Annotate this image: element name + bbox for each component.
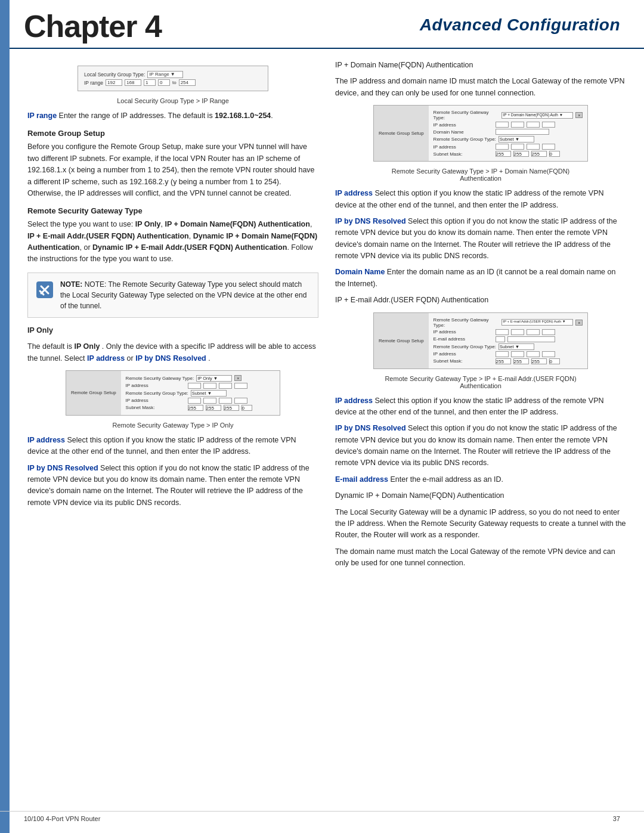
dynamic-ip-fqdn-heading: Dynamic IP + Domain Name(FQDN) Authentic…: [335, 490, 626, 501]
fqdn-ip1[interactable]: [496, 122, 509, 128]
email-ip-label: IP address: [434, 329, 493, 335]
email-ip2-4[interactable]: [542, 351, 555, 357]
ip-fqdn-heading: IP + Domain Name(FQDN) Authentication: [335, 60, 626, 71]
rg-ip2-input3[interactable]: [219, 398, 232, 404]
fqdn-domain-input[interactable]: [496, 129, 549, 135]
email-addr-input[interactable]: [496, 336, 505, 342]
rg-subnet-input3[interactable]: 255: [224, 405, 239, 411]
remote-gw-iponly-box: Remote Group Setup Remote Security Gatew…: [66, 370, 280, 416]
rg-close-btn[interactable]: ×: [234, 375, 242, 381]
rg-ip2-input2[interactable]: [203, 398, 216, 404]
email-type-select[interactable]: IP + E-mail Addr.(USER FQDN) Auth ▼: [501, 319, 573, 326]
rg-ip-input1[interactable]: [188, 383, 201, 389]
email-subnetgroup-row: Remote Security Group Type: Subnet ▼: [434, 343, 583, 350]
fqdn-panel-left: Remote Group Setup: [374, 106, 429, 161]
email-addr-input2[interactable]: [507, 336, 555, 342]
email-subnet3[interactable]: 255: [531, 358, 547, 364]
fqdn-ip2[interactable]: [511, 122, 524, 128]
email-ip2-2[interactable]: [511, 351, 524, 357]
r-ip-addr-para: IP address Select this option if you kno…: [335, 188, 626, 211]
fqdn-ip2-1[interactable]: [496, 144, 509, 150]
e-ip-addr-para: IP address Select this option if you kno…: [335, 395, 626, 419]
email-subnet1[interactable]: 255: [496, 358, 511, 364]
local-sg-ip4[interactable]: 0: [158, 79, 170, 86]
rg-panel-left-label: Remote Group Setup: [71, 390, 116, 395]
rg-ip-input2[interactable]: [203, 383, 216, 389]
email-addr-bold: E-mail address: [335, 475, 388, 484]
remote-email-cap1: Remote Security Gateway Type > IP + E-ma…: [385, 375, 576, 382]
email-ip2-3[interactable]: [527, 351, 540, 357]
rg-ip-input4[interactable]: [234, 383, 247, 389]
fqdn-ip4[interactable]: [542, 122, 555, 128]
fqdn-subnetgroup-row: Remote Security Group Type: Subnet ▼: [434, 136, 583, 143]
rsg-comma4: , or: [80, 243, 93, 252]
email-addr-text: Enter the e-mail address as an ID.: [390, 475, 503, 484]
remote-gw-iponly-outer: Remote Group Setup Remote Security Gatew…: [27, 370, 318, 429]
remote-fqdn-caption: Remote Security Gateway Type > IP + Doma…: [335, 168, 626, 182]
email-addr-label-field: E-mail address: [434, 336, 493, 342]
e-ip-dns-bold: IP by DNS Resolved: [335, 424, 406, 432]
fqdn-close-btn[interactable]: ×: [575, 112, 583, 118]
email-ip3[interactable]: [527, 329, 540, 335]
fqdn-domain-label: Domain Name: [434, 129, 493, 135]
rg-subnetgroup-select[interactable]: Subnet ▼: [191, 390, 227, 397]
local-sg-type-label: Local Security Group Type:: [84, 72, 145, 78]
dynamic-ip-fqdn-para1: The Local Security Gateway will be a dyn…: [335, 507, 626, 541]
rsg-comma3: ,: [189, 232, 193, 240]
fqdn-ip2-row: IP address: [434, 144, 583, 150]
fqdn-subnet2[interactable]: 255: [513, 151, 529, 157]
remote-email-caption: Remote Security Gateway Type > IP + E-ma…: [335, 375, 626, 389]
fqdn-panel-right: Remote Security Gateway Type: IP + Domai…: [429, 106, 587, 161]
rsg-option5: Dynamic IP + E-mail Addr.(USER FQDN) Aut…: [92, 243, 287, 252]
fqdn-ip2-4[interactable]: [542, 144, 555, 150]
email-ip1[interactable]: [496, 329, 509, 335]
rg-subnet-input2[interactable]: 255: [206, 405, 221, 411]
rsg-intro: Select the type you want to use:: [27, 220, 135, 228]
rg-ip2-row: IP address: [126, 398, 275, 404]
ip-range-bold-term: IP range: [27, 112, 57, 120]
rg-ip-input3[interactable]: [219, 383, 232, 389]
local-sg-ip1[interactable]: 192: [106, 79, 122, 86]
email-subnet4[interactable]: 0: [549, 358, 560, 364]
email-close-btn[interactable]: ×: [575, 320, 583, 326]
fqdn-ip2-2[interactable]: [511, 144, 524, 150]
rg-subnet-input4[interactable]: 0: [242, 405, 252, 411]
local-sg-ip3[interactable]: 1: [144, 79, 156, 86]
rsg-comma2: ,: [310, 220, 312, 228]
fqdn-subnet4[interactable]: 0: [549, 151, 560, 157]
fqdn-ip3[interactable]: [527, 122, 540, 128]
rg-ip2-input4[interactable]: [234, 398, 247, 404]
local-sg-ui-box-outer: Local Security Group Type: IP Range ▼ IP…: [27, 66, 318, 104]
ip-only-bold2: IP address: [87, 354, 125, 363]
email-ip2-1[interactable]: [496, 351, 509, 357]
email-ip2[interactable]: [511, 329, 524, 335]
rg-ip2-input1[interactable]: [188, 398, 201, 404]
fqdn-type-select[interactable]: IP + Domain Name(FQDN) Auth ▼: [501, 112, 573, 119]
e-ip-dns-para: IP by DNS Resolved Select this option if…: [335, 423, 626, 469]
r-ip-dns-para: IP by DNS Resolved Select this option if…: [335, 216, 626, 262]
local-sg-ip2[interactable]: 168: [125, 79, 141, 86]
ip-only-para: The default is IP Only . Only the device…: [27, 341, 318, 364]
local-sg-iprange-label: IP range: [84, 80, 103, 86]
remote-fqdn-outer: Remote Group Setup Remote Security Gatew…: [335, 105, 626, 182]
local-sg-type-select[interactable]: IP Range ▼: [147, 71, 183, 78]
email-type-row: Remote Security Gateway Type: IP + E-mai…: [434, 317, 583, 328]
remote-group-heading: Remote Group Setup: [27, 129, 318, 138]
ip-dns-bold: IP by DNS Resolved: [27, 464, 98, 472]
email-subnetgroup-select[interactable]: Subnet ▼: [499, 343, 534, 350]
page-footer: 10/100 4-Port VPN Router 37: [0, 811, 644, 822]
email-subnet-row: Subnet Mask: 255 255 255 0: [434, 358, 583, 364]
rg-subnet-input1[interactable]: 255: [188, 405, 203, 411]
fqdn-subnet1[interactable]: 255: [496, 151, 511, 157]
ip-address-para: IP address Select this option if you kno…: [27, 435, 318, 458]
rg-type-select[interactable]: IP Only ▼: [196, 375, 232, 382]
local-sg-ip5[interactable]: 254: [179, 79, 196, 86]
remote-group-para: Before you configure the Remote Group Se…: [27, 141, 318, 199]
fqdn-type-row: Remote Security Gateway Type: IP + Domai…: [434, 110, 583, 120]
email-subnet2[interactable]: 255: [513, 358, 529, 364]
fqdn-subnet3[interactable]: 255: [531, 151, 547, 157]
fqdn-subnetgroup-select[interactable]: Subnet ▼: [499, 136, 534, 143]
fqdn-ip2-3[interactable]: [527, 144, 540, 150]
page-title: Advanced Configuration: [420, 16, 620, 35]
email-ip4[interactable]: [542, 329, 555, 335]
